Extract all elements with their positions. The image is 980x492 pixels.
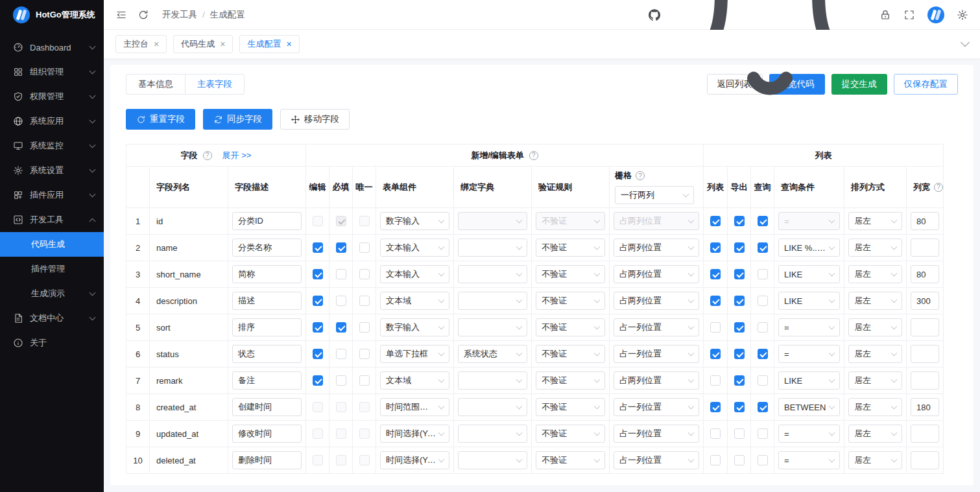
required-checkbox[interactable] [336, 242, 346, 253]
close-icon[interactable]: × [220, 40, 225, 49]
field-desc-input[interactable] [232, 318, 302, 336]
query-checkbox[interactable] [758, 349, 768, 359]
unique-checkbox[interactable] [359, 269, 370, 279]
query-cond-select[interactable]: = [778, 451, 840, 469]
list-checkbox[interactable] [710, 269, 721, 279]
export-checkbox[interactable] [734, 349, 745, 359]
grid-select[interactable]: 占一列位置 [614, 318, 699, 336]
grid-layout-select[interactable]: 一行两列 [615, 186, 694, 204]
edit-checkbox[interactable] [313, 349, 323, 359]
tab-basic-info[interactable]: 基本信息 [126, 74, 185, 95]
query-cond-select[interactable]: LIKE [778, 292, 840, 310]
align-select[interactable]: 居左 [848, 212, 902, 230]
breadcrumb-item-current[interactable]: 生成配置 [210, 9, 245, 21]
query-cond-select[interactable]: = [778, 425, 840, 443]
list-checkbox[interactable] [710, 349, 721, 359]
dict-select[interactable] [458, 451, 527, 469]
rule-select[interactable]: 不验证 [536, 451, 605, 469]
dict-select[interactable] [458, 425, 527, 443]
help-icon[interactable] [529, 151, 538, 160]
export-checkbox[interactable] [734, 402, 745, 412]
grid-select[interactable]: 占一列位置 [614, 425, 699, 443]
chevron-down-icon[interactable] [961, 38, 970, 47]
list-checkbox[interactable] [710, 455, 721, 465]
sidebar-item-11[interactable]: 文档中心 [0, 306, 104, 331]
component-select[interactable]: 文本域 [380, 292, 449, 310]
query-cond-select[interactable]: BETWEEN [778, 398, 840, 416]
sidebar-item-12[interactable]: 关于 [0, 331, 104, 355]
align-select[interactable]: 居左 [848, 265, 902, 283]
tabbar-tab-2[interactable]: 生成配置 × [239, 35, 299, 53]
query-cond-select[interactable]: LIKE [778, 265, 840, 283]
grid-select[interactable]: 占一列位置 [614, 345, 699, 363]
rule-select[interactable]: 不验证 [536, 292, 605, 310]
required-checkbox[interactable] [336, 269, 346, 279]
breadcrumb-item[interactable]: 开发工具 [162, 9, 197, 21]
sidebar-item-10[interactable]: 生成演示 [0, 281, 104, 306]
component-select[interactable]: 时间选择(Y-... [380, 451, 449, 469]
field-desc-input[interactable] [232, 212, 302, 230]
query-checkbox[interactable] [758, 322, 768, 333]
field-desc-input[interactable] [232, 398, 302, 416]
list-checkbox[interactable] [710, 375, 721, 386]
query-cond-select[interactable]: = [778, 345, 840, 363]
help-icon[interactable] [636, 171, 645, 180]
rule-select[interactable]: 不验证 [536, 239, 605, 257]
rule-select[interactable]: 不验证 [536, 398, 605, 416]
list-checkbox[interactable] [710, 322, 721, 333]
unique-checkbox[interactable] [359, 322, 370, 333]
sidebar-item-7[interactable]: 开发工具 [0, 207, 104, 232]
github-icon[interactable] [649, 9, 660, 21]
edit-checkbox[interactable] [313, 269, 323, 279]
col-width-input[interactable] [911, 318, 939, 336]
field-desc-input[interactable] [232, 265, 302, 283]
unique-checkbox[interactable] [359, 349, 370, 359]
lock-screen-icon[interactable] [879, 9, 891, 21]
field-desc-input[interactable] [232, 451, 302, 469]
align-select[interactable]: 居左 [848, 345, 902, 363]
col-width-input[interactable] [911, 398, 939, 416]
query-cond-select[interactable]: LIKE [778, 371, 840, 390]
grid-select[interactable]: 占一列位置 [614, 451, 699, 469]
rule-select[interactable]: 不验证 [536, 265, 605, 283]
required-checkbox[interactable] [336, 349, 346, 359]
col-width-input[interactable] [911, 425, 939, 443]
query-checkbox[interactable] [758, 296, 768, 306]
tab-main-table-fields[interactable]: 主表字段 [185, 74, 245, 95]
unique-checkbox[interactable] [359, 296, 370, 306]
edit-checkbox[interactable] [313, 375, 323, 386]
avatar[interactable] [927, 6, 944, 23]
export-checkbox[interactable] [734, 242, 745, 253]
reset-fields-button[interactable]: 重置字段 [126, 109, 195, 130]
help-icon[interactable] [934, 183, 943, 192]
sidebar-item-9[interactable]: 插件管理 [0, 257, 104, 281]
required-checkbox[interactable] [336, 322, 346, 333]
edit-checkbox[interactable] [313, 242, 323, 253]
required-checkbox[interactable] [336, 375, 346, 386]
grid-select[interactable]: 占两列位置 [614, 292, 699, 310]
tabbar-tab-1[interactable]: 代码生成 × [173, 35, 233, 53]
export-checkbox[interactable] [734, 322, 745, 333]
grid-select[interactable]: 占一列位置 [614, 398, 699, 416]
rule-select[interactable]: 不验证 [536, 318, 605, 336]
list-checkbox[interactable] [710, 242, 721, 253]
list-checkbox[interactable] [710, 216, 721, 226]
dict-select[interactable] [458, 292, 527, 310]
align-select[interactable]: 居左 [848, 451, 902, 469]
dict-select[interactable] [458, 265, 527, 283]
sidebar-item-1[interactable]: 组织管理 [0, 60, 104, 84]
grid-select[interactable]: 占两列位置 [614, 265, 699, 283]
dict-select[interactable] [458, 318, 527, 336]
export-checkbox[interactable] [734, 296, 745, 306]
sidebar-item-0[interactable]: Dashboard [0, 35, 104, 60]
refresh-icon[interactable] [137, 9, 149, 21]
list-checkbox[interactable] [710, 402, 721, 412]
col-width-input[interactable] [911, 292, 939, 310]
component-select[interactable]: 时间选择(Y-... [380, 425, 449, 443]
component-select[interactable]: 文本域 [380, 371, 449, 390]
component-select[interactable]: 时间范围选择 [380, 398, 449, 416]
gear-icon[interactable] [957, 9, 968, 21]
query-checkbox[interactable] [758, 242, 768, 253]
rule-select[interactable]: 不验证 [536, 345, 605, 363]
col-width-input[interactable] [911, 212, 939, 230]
